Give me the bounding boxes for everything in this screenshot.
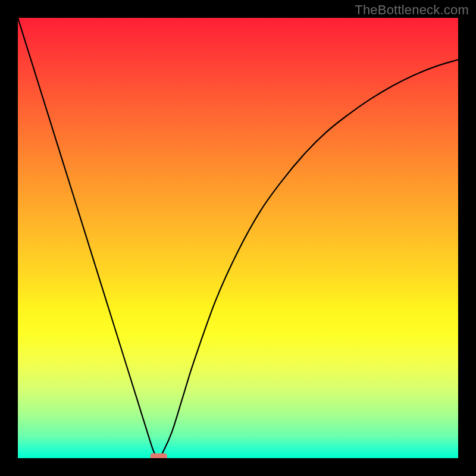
optimal-point-marker — [151, 453, 167, 458]
plot-area — [18, 18, 458, 458]
chart-frame: TheBottleneck.com — [0, 0, 476, 476]
bottleneck-curve-svg — [18, 18, 458, 458]
watermark-text: TheBottleneck.com — [355, 2, 469, 18]
bottleneck-curve — [18, 18, 458, 458]
